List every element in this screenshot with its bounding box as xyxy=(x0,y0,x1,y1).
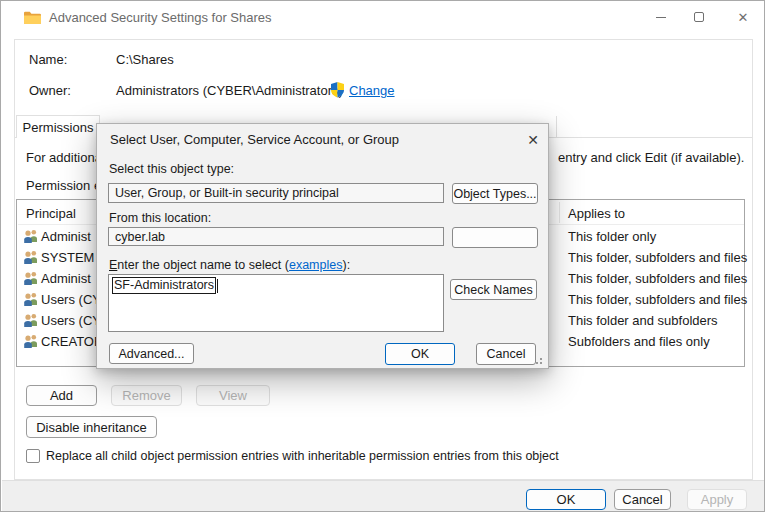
group-icon xyxy=(23,271,39,288)
dialog-title: Select User, Computer, Service Account, … xyxy=(110,132,399,147)
column-divider xyxy=(559,202,560,223)
view-button[interactable]: View xyxy=(196,385,270,406)
maximize-button[interactable] xyxy=(681,1,717,33)
replace-permissions-checkbox[interactable] xyxy=(26,449,40,463)
maximize-icon xyxy=(694,12,704,22)
principal-column-header[interactable]: Principal xyxy=(26,206,76,221)
uac-shield-icon xyxy=(330,82,345,98)
apply-button[interactable]: Apply xyxy=(687,489,747,510)
from-location-field: cyber.lab xyxy=(108,227,444,246)
owner-label: Owner: xyxy=(29,83,71,98)
cancel-button[interactable]: Cancel xyxy=(614,489,671,510)
folder-icon xyxy=(23,10,41,25)
tab-permissions-label: Permissions xyxy=(23,120,94,135)
minimize-button[interactable] xyxy=(643,1,679,33)
applies-to-cell: Subfolders and files only xyxy=(568,334,710,349)
object-type-label: Select this object type: xyxy=(109,162,234,176)
advanced-security-settings-window: Advanced Security Settings for Shares ✕ … xyxy=(0,0,765,512)
applies-to-cell: This folder, subfolders and files xyxy=(568,271,747,286)
info-text-right: entry and click Edit (if available). xyxy=(558,150,744,165)
close-button[interactable]: ✕ xyxy=(723,1,763,33)
close-icon: ✕ xyxy=(738,10,749,25)
object-types-button[interactable]: Object Types... xyxy=(452,183,538,204)
select-user-dialog: Select User, Computer, Service Account, … xyxy=(96,123,549,369)
applies-to-column-header[interactable]: Applies to xyxy=(568,206,625,221)
replace-permissions-label: Replace all child object permission entr… xyxy=(46,449,559,463)
principal-cell: Administ xyxy=(41,229,91,244)
principal-cell: SYSTEM xyxy=(41,250,94,265)
group-icon xyxy=(23,229,39,246)
applies-to-cell: This folder only xyxy=(568,229,656,244)
check-names-button[interactable]: Check Names xyxy=(450,279,537,300)
examples-link[interactable]: examples xyxy=(289,258,343,272)
resize-grip[interactable] xyxy=(540,362,542,364)
group-icon xyxy=(23,292,39,309)
title-bar: Advanced Security Settings for Shares ✕ xyxy=(1,1,764,33)
applies-to-cell: This folder, subfolders and files xyxy=(568,292,747,307)
principal-cell: Users (CY xyxy=(41,292,101,307)
dialog-close-button[interactable]: ✕ xyxy=(521,128,545,152)
tab-separator xyxy=(556,116,557,137)
tab-permissions[interactable]: Permissions xyxy=(16,115,100,138)
applies-to-cell: This folder and subfolders xyxy=(568,313,718,328)
locations-button[interactable] xyxy=(452,227,538,248)
dialog-cancel-button[interactable]: Cancel xyxy=(476,343,536,365)
advanced-button[interactable]: Advanced... xyxy=(109,343,194,364)
from-location-label: From this location: xyxy=(109,211,211,225)
principal-cell: Users (CY xyxy=(41,313,101,328)
info-text-left: For additiona xyxy=(26,150,102,165)
name-label: Name: xyxy=(29,52,67,67)
principal-cell: CREATOR xyxy=(41,334,103,349)
owner-value: Administrators (CYBER\Administrators) xyxy=(116,83,343,98)
window-title: Advanced Security Settings for Shares xyxy=(49,10,272,25)
name-value: C:\Shares xyxy=(116,52,174,67)
add-button[interactable]: Add xyxy=(26,385,97,406)
disable-inheritance-button[interactable]: Disable inheritance xyxy=(26,416,157,438)
group-icon xyxy=(23,250,39,267)
change-owner-link[interactable]: Change xyxy=(349,83,395,98)
object-name-value: SF-Administrators xyxy=(112,277,216,294)
minimize-icon xyxy=(656,17,666,18)
object-type-field: User, Group, or Built-in security princi… xyxy=(108,183,444,203)
dialog-close-icon: ✕ xyxy=(527,132,539,148)
principal-cell: Administ xyxy=(41,271,91,286)
object-name-textbox[interactable]: SF-Administrators xyxy=(108,274,444,332)
remove-button[interactable]: Remove xyxy=(111,385,182,406)
ok-button[interactable]: OK xyxy=(526,489,606,510)
group-icon xyxy=(23,334,39,351)
group-icon xyxy=(23,313,39,330)
applies-to-cell: This folder, subfolders and files xyxy=(568,250,747,265)
permission-entries-label: Permission e xyxy=(26,178,101,193)
text-caret xyxy=(217,279,218,293)
dialog-ok-button[interactable]: OK xyxy=(385,343,455,365)
object-name-label: Enter the object name to select (example… xyxy=(109,258,350,272)
